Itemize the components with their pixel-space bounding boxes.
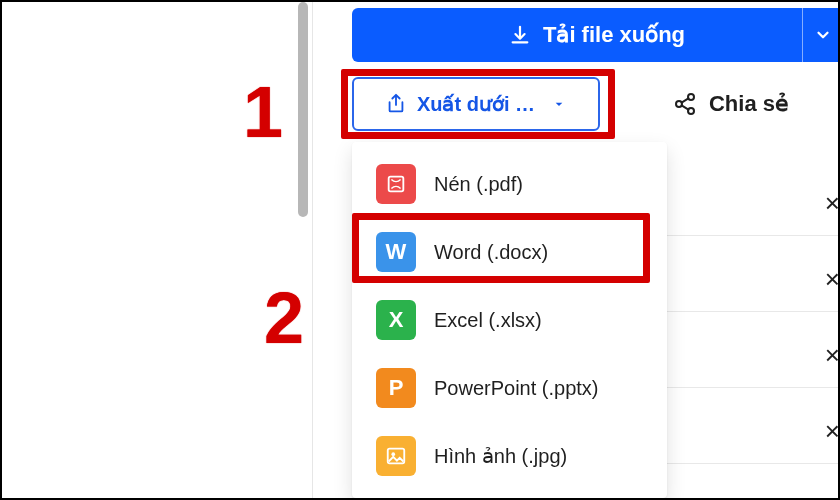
list-row-close[interactable]: × [667, 172, 840, 236]
menu-item-label: Word (.docx) [434, 241, 548, 264]
menu-item-label: Excel (.xlsx) [434, 309, 542, 332]
download-icon [509, 24, 531, 46]
download-more-button[interactable] [802, 8, 840, 62]
menu-item-label: Hình ảnh (.jpg) [434, 444, 567, 468]
pane-divider [312, 2, 313, 500]
chevron-down-icon [551, 96, 567, 112]
export-label: Xuất dưới … [417, 92, 535, 116]
word-icon: W [376, 232, 416, 272]
download-button[interactable]: Tải file xuống [352, 8, 840, 62]
svg-line-4 [682, 105, 689, 109]
list-row-close[interactable]: × [667, 248, 840, 312]
image-icon [376, 436, 416, 476]
list-row-close[interactable]: × [667, 324, 840, 388]
menu-item-image[interactable]: Hình ảnh (.jpg) [352, 422, 667, 490]
pdf-icon [376, 164, 416, 204]
menu-item-pdf[interactable]: Nén (.pdf) [352, 150, 667, 218]
powerpoint-icon: P [376, 368, 416, 408]
share-button[interactable]: Chia sẻ [620, 77, 840, 131]
svg-point-7 [391, 452, 395, 456]
export-menu: Nén (.pdf) W Word (.docx) X Excel (.xlsx… [352, 142, 667, 498]
download-label: Tải file xuống [543, 22, 685, 48]
menu-item-word[interactable]: W Word (.docx) [352, 218, 667, 286]
menu-item-label: Nén (.pdf) [434, 173, 523, 196]
menu-item-label: PowerPoint (.pptx) [434, 377, 599, 400]
menu-item-excel[interactable]: X Excel (.xlsx) [352, 286, 667, 354]
list-row-close[interactable]: × [667, 400, 840, 464]
export-as-button[interactable]: Xuất dưới … [352, 77, 600, 131]
export-icon [385, 93, 407, 115]
svg-line-3 [682, 98, 689, 102]
excel-icon: X [376, 300, 416, 340]
menu-item-powerpoint[interactable]: P PowerPoint (.pptx) [352, 354, 667, 422]
share-icon [673, 92, 697, 116]
document-preview-pane [2, 2, 302, 500]
share-label: Chia sẻ [709, 91, 789, 117]
scrollbar[interactable] [298, 2, 308, 217]
